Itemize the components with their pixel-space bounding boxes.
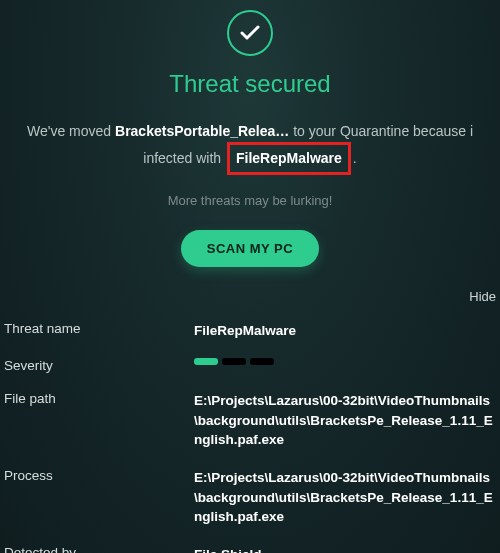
row-severity: Severity xyxy=(4,349,500,382)
value-threat-name: FileRepMalware xyxy=(194,321,300,341)
threat-highlight: FileRepMalware xyxy=(227,142,351,174)
row-process: Process E:\Projects\Lazarus\00-32bit\Vid… xyxy=(4,459,500,536)
details-panel: Threat name FileRepMalware Severity File… xyxy=(0,312,500,553)
hide-details-link[interactable]: Hide xyxy=(469,289,496,304)
msg-infected: infected with xyxy=(143,150,221,166)
row-threat-name: Threat name FileRepMalware xyxy=(4,312,500,350)
value-detected-by: File Shield xyxy=(194,545,266,553)
page-title: Threat secured xyxy=(0,70,500,98)
value-process: E:\Projects\Lazarus\00-32bit\VideoThumbn… xyxy=(194,468,500,527)
severity-bars xyxy=(194,358,274,365)
severity-bar-3 xyxy=(250,358,274,365)
row-file-path: File path E:\Projects\Lazarus\00-32bit\V… xyxy=(4,382,500,459)
severity-bar-2 xyxy=(222,358,246,365)
threat-message: We've moved BracketsPortable_Relea… to y… xyxy=(0,120,500,175)
msg-mid: to your Quarantine because i xyxy=(293,123,473,139)
checkmark-icon xyxy=(227,10,273,56)
label-severity: Severity xyxy=(4,358,194,373)
scan-button[interactable]: SCAN MY PC xyxy=(181,230,319,267)
label-process: Process xyxy=(4,468,194,483)
value-severity xyxy=(194,358,278,365)
threat-highlight-text: FileRepMalware xyxy=(236,150,342,166)
row-detected-by: Detected by File Shield xyxy=(4,536,500,553)
msg-prefix: We've moved xyxy=(27,123,111,139)
value-file-path: E:\Projects\Lazarus\00-32bit\VideoThumbn… xyxy=(194,391,500,450)
severity-bar-1 xyxy=(194,358,218,365)
msg-filename: BracketsPortable_Relea… xyxy=(115,123,289,139)
lurking-text: More threats may be lurking! xyxy=(0,193,500,208)
label-file-path: File path xyxy=(4,391,194,406)
label-detected-by: Detected by xyxy=(4,545,194,553)
msg-period: . xyxy=(353,150,357,166)
label-threat-name: Threat name xyxy=(4,321,194,336)
